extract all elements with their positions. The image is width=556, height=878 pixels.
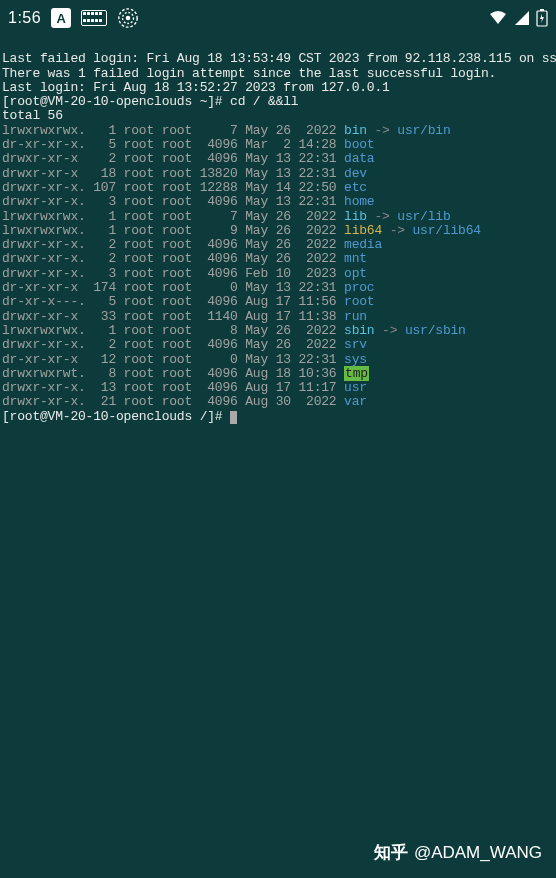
battery-icon <box>536 9 548 27</box>
zhihu-logo-icon: 知乎 <box>374 841 408 864</box>
list-item: drwxr-xr-x 2 root root 4096 May 13 22:31… <box>2 152 554 166</box>
list-item: drwxr-xr-x. 13 root root 4096 Aug 17 11:… <box>2 381 554 395</box>
file-listing: lrwxrwxrwx. 1 root root 7 May 26 2022 bi… <box>2 124 554 410</box>
login-attempts-line: There was 1 failed login attempt since t… <box>2 66 496 81</box>
list-item: dr-xr-x---. 5 root root 4096 Aug 17 11:5… <box>2 295 554 309</box>
list-item: lrwxrwxrwx. 1 root root 7 May 26 2022 bi… <box>2 124 554 138</box>
watermark: 知乎 @ADAM_WANG <box>374 841 542 864</box>
input-mode-icon: A <box>51 8 71 28</box>
list-item: lrwxrwxrwx. 1 root root 9 May 26 2022 li… <box>2 224 554 238</box>
list-item: lrwxrwxrwx. 1 root root 7 May 26 2022 li… <box>2 210 554 224</box>
list-item: drwxr-xr-x. 3 root root 4096 May 13 22:3… <box>2 195 554 209</box>
list-item: drwxr-xr-x 33 root root 1140 Aug 17 11:3… <box>2 310 554 324</box>
status-bar: 1:56 A <box>0 0 556 36</box>
total-line: total 56 <box>2 108 63 123</box>
list-item: drwxrwxrwt. 8 root root 4096 Aug 18 10:3… <box>2 367 554 381</box>
keyboard-icon <box>81 10 107 26</box>
list-item: drwxr-xr-x 18 root root 13820 May 13 22:… <box>2 167 554 181</box>
wifi-icon <box>488 10 508 26</box>
watermark-handle: @ADAM_WANG <box>414 843 542 863</box>
prompt-line-2: [root@VM-20-10-openclouds /]# <box>2 409 237 424</box>
list-item: drwxr-xr-x. 107 root root 12288 May 14 2… <box>2 181 554 195</box>
status-left: 1:56 A <box>8 7 139 29</box>
list-item: dr-xr-xr-x 12 root root 0 May 13 22:31 s… <box>2 353 554 367</box>
spiral-icon <box>117 7 139 29</box>
prompt-line-1: [root@VM-20-10-openclouds ~]# cd / &&ll <box>2 94 298 109</box>
list-item: drwxr-xr-x. 2 root root 4096 May 26 2022… <box>2 252 554 266</box>
list-item: drwxr-xr-x. 2 root root 4096 May 26 2022… <box>2 338 554 352</box>
cursor <box>230 411 237 424</box>
clock: 1:56 <box>8 9 41 27</box>
list-item: drwxr-xr-x. 2 root root 4096 May 26 2022… <box>2 238 554 252</box>
list-item: drwxr-xr-x. 21 root root 4096 Aug 30 202… <box>2 395 554 409</box>
last-login-line: Last login: Fri Aug 18 13:52:27 2023 fro… <box>2 80 390 95</box>
svg-rect-4 <box>540 9 544 11</box>
terminal-area[interactable]: Last failed login: Fri Aug 18 13:53:49 C… <box>0 36 556 426</box>
list-item: drwxr-xr-x. 3 root root 4096 Feb 10 2023… <box>2 267 554 281</box>
list-item: dr-xr-xr-x. 5 root root 4096 Mar 2 14:28… <box>2 138 554 152</box>
list-item: dr-xr-xr-x 174 root root 0 May 13 22:31 … <box>2 281 554 295</box>
signal-icon <box>514 10 530 26</box>
list-item: lrwxrwxrwx. 1 root root 8 May 26 2022 sb… <box>2 324 554 338</box>
svg-point-2 <box>126 16 131 21</box>
status-right <box>488 9 548 27</box>
login-failed-line: Last failed login: Fri Aug 18 13:53:49 C… <box>2 51 556 66</box>
